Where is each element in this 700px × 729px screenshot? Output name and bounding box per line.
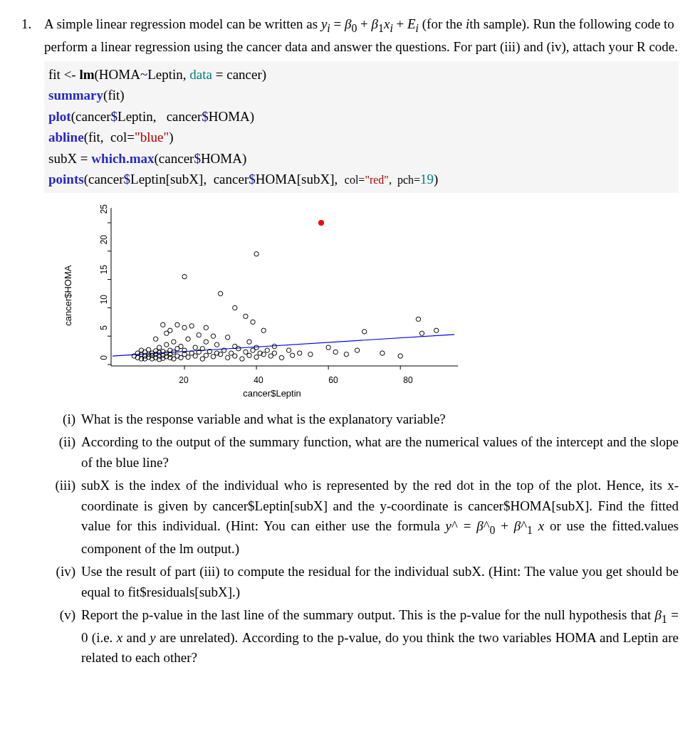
subpart-body: What is the response variable and what i… bbox=[81, 409, 679, 430]
svg-point-42 bbox=[164, 342, 169, 347]
svg-point-114 bbox=[355, 348, 359, 352]
code-line-3: plot(cancer$Leptin, cancer$HOMA) bbox=[48, 106, 674, 127]
y-ticks: 0 5 10 15 20 25 bbox=[85, 204, 104, 372]
svg-point-115 bbox=[362, 329, 366, 333]
svg-point-55 bbox=[179, 344, 183, 348]
svg-point-50 bbox=[172, 340, 176, 344]
svg-point-71 bbox=[204, 340, 208, 344]
subparts: (i) What is the response variable and wh… bbox=[44, 409, 679, 668]
svg-point-119 bbox=[419, 331, 424, 335]
code-line-5: subX = which.max(cancer$HOMA) bbox=[48, 148, 674, 169]
question-number: 1. bbox=[21, 14, 44, 671]
svg-point-82 bbox=[225, 335, 229, 339]
subpart-ii: (ii) According to the output of the summ… bbox=[44, 432, 679, 473]
svg-point-31 bbox=[153, 337, 157, 341]
svg-point-24 bbox=[146, 347, 150, 352]
svg-point-74 bbox=[211, 354, 215, 358]
svg-point-116 bbox=[380, 351, 385, 355]
svg-point-94 bbox=[251, 320, 255, 324]
svg-point-89 bbox=[244, 350, 248, 354]
svg-point-111 bbox=[326, 345, 330, 350]
svg-point-63 bbox=[189, 323, 194, 327]
subpart-label: (iv) bbox=[44, 562, 81, 602]
subpart-label: (ii) bbox=[44, 432, 81, 473]
svg-line-12 bbox=[113, 334, 454, 355]
svg-point-118 bbox=[416, 317, 420, 321]
code-line-6: points(cancer$Leptin[subX], cancer$HOMA[… bbox=[48, 169, 674, 189]
svg-point-86 bbox=[233, 305, 237, 310]
subpart-body: Use the result of part (iii) to compute … bbox=[81, 562, 679, 602]
subpart-body: According to the output of the summary f… bbox=[81, 432, 679, 473]
svg-point-113 bbox=[344, 352, 348, 356]
x-axis-label: cancer$Leptin bbox=[243, 387, 301, 401]
svg-point-105 bbox=[279, 355, 283, 360]
svg-point-117 bbox=[398, 354, 402, 358]
svg-point-107 bbox=[290, 353, 294, 357]
subpart-label: (i) bbox=[44, 409, 81, 430]
svg-point-92 bbox=[247, 340, 251, 344]
svg-point-53 bbox=[175, 322, 179, 327]
svg-point-64 bbox=[193, 354, 197, 358]
svg-point-88 bbox=[240, 356, 244, 360]
question-intro: A simple linear regression model can be … bbox=[44, 14, 679, 57]
subpart-label: (v) bbox=[44, 605, 81, 668]
svg-point-65 bbox=[193, 345, 197, 350]
scatter-plot: cancer$HOMA 0 5 10 15 20 25 20 40 60 80 … bbox=[73, 200, 471, 399]
svg-point-121 bbox=[318, 220, 324, 226]
svg-point-59 bbox=[182, 274, 187, 278]
svg-point-67 bbox=[197, 332, 201, 337]
svg-point-120 bbox=[434, 328, 439, 332]
plot-svg bbox=[105, 204, 461, 372]
subpart-body: subX is the index of the individual who … bbox=[81, 476, 679, 559]
svg-point-39 bbox=[161, 322, 165, 327]
svg-point-68 bbox=[200, 356, 204, 360]
svg-point-60 bbox=[186, 355, 190, 359]
svg-point-81 bbox=[225, 355, 229, 360]
svg-point-90 bbox=[244, 314, 248, 318]
svg-point-77 bbox=[214, 342, 219, 347]
svg-point-47 bbox=[168, 328, 172, 332]
question-body: A simple linear regression model can be … bbox=[44, 14, 679, 671]
svg-point-112 bbox=[333, 350, 338, 354]
svg-point-91 bbox=[247, 353, 251, 357]
subpart-body: Report the p-value in the last line of t… bbox=[81, 605, 679, 668]
code-block: fit <- lm(HOMA~Leptin, data = cancer) su… bbox=[44, 61, 679, 193]
subpart-i: (i) What is the response variable and wh… bbox=[44, 409, 679, 430]
x-ticks: 20 40 60 80 bbox=[105, 374, 461, 387]
svg-point-101 bbox=[265, 348, 269, 352]
subpart-iii: (iii) subX is the index of the individua… bbox=[44, 476, 679, 559]
svg-point-103 bbox=[272, 351, 276, 355]
svg-point-58 bbox=[182, 325, 187, 330]
svg-point-100 bbox=[261, 328, 266, 332]
svg-point-97 bbox=[254, 251, 258, 256]
subpart-v: (v) Report the p-value in the last line … bbox=[44, 605, 679, 668]
svg-point-87 bbox=[236, 346, 241, 350]
svg-point-75 bbox=[211, 334, 215, 338]
svg-point-70 bbox=[204, 353, 208, 357]
code-line-2: summary(fit) bbox=[48, 85, 674, 105]
code-line-1: fit <- lm(HOMA~Leptin, data = cancer) bbox=[48, 64, 674, 85]
subpart-iv: (iv) Use the result of part (iii) to com… bbox=[44, 562, 679, 602]
svg-point-72 bbox=[204, 325, 208, 330]
code-line-4: abline(fit, col="blue") bbox=[48, 127, 674, 147]
y-axis-label: cancer$HOMA bbox=[61, 265, 75, 325]
svg-point-96 bbox=[254, 345, 258, 350]
svg-point-35 bbox=[157, 345, 161, 350]
svg-point-79 bbox=[218, 291, 222, 295]
plot-area bbox=[105, 204, 461, 372]
svg-point-106 bbox=[286, 348, 291, 352]
svg-point-109 bbox=[308, 352, 313, 356]
svg-point-95 bbox=[254, 355, 258, 359]
svg-point-61 bbox=[186, 337, 190, 341]
question-1: 1. A simple linear regression model can … bbox=[21, 14, 679, 671]
svg-point-84 bbox=[233, 354, 237, 358]
svg-point-104 bbox=[272, 344, 276, 348]
svg-point-108 bbox=[298, 351, 302, 355]
subpart-label: (iii) bbox=[44, 476, 81, 559]
